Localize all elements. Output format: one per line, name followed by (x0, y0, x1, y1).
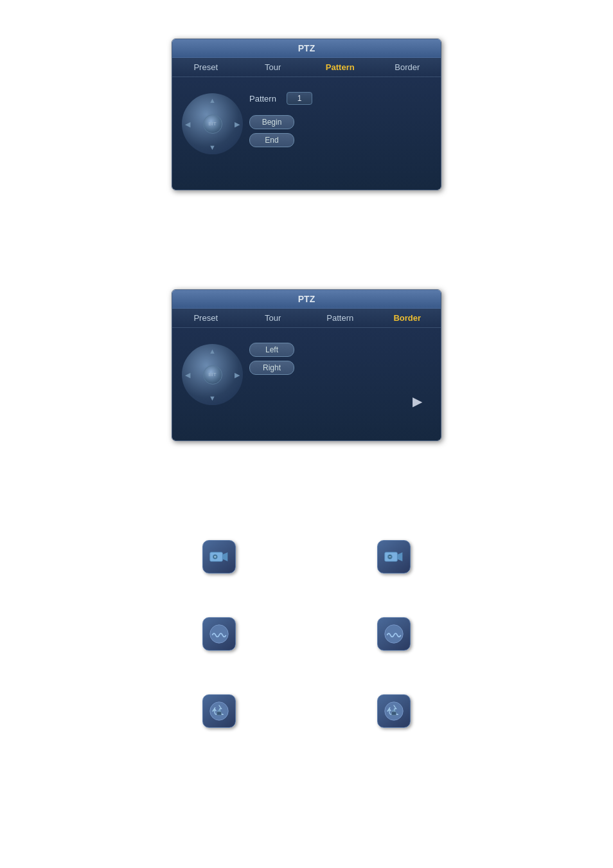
begin-button[interactable]: Begin (249, 115, 294, 129)
svg-marker-1 (222, 552, 227, 561)
camera-record-on-icon[interactable] (202, 540, 236, 574)
tab-preset-2[interactable]: Preset (172, 309, 240, 327)
dpad-up-1[interactable]: ▲ (209, 96, 216, 104)
border-controls: Left Right (249, 338, 431, 431)
tab-tour-2[interactable]: Tour (240, 309, 307, 327)
left-row: Left (249, 343, 431, 357)
camera-record-off-icon[interactable] (377, 540, 411, 574)
dpad-right-1[interactable]: ▶ (235, 120, 240, 128)
svg-rect-12 (217, 712, 221, 715)
mouse-cursor: ▶ (413, 393, 422, 409)
ptz-panel-pattern: PTZ Preset Tour Pattern Border ▲ ▼ ◀ ▶ B… (172, 39, 441, 190)
dpad-up-2[interactable]: ▲ (209, 347, 216, 355)
tab-border-2[interactable]: Border (374, 309, 441, 327)
end-row: End (249, 133, 431, 147)
recycle-off-icon[interactable] (377, 694, 411, 728)
tab-border-1[interactable]: Border (374, 58, 441, 77)
ptz-tabs-2: Preset Tour Pattern Border (172, 309, 441, 328)
icon-row-cameras (0, 540, 613, 574)
tab-pattern-1[interactable]: Pattern (306, 58, 374, 77)
svg-rect-14 (391, 712, 396, 715)
icon-row-recycle (0, 694, 613, 728)
recycle-on-icon[interactable] (202, 694, 236, 728)
right-row: Right (249, 361, 431, 375)
directional-pad-2: ▲ ▼ ◀ ▶ BIT (182, 344, 243, 405)
dpad-right-2[interactable]: ▶ (235, 370, 240, 379)
ptz-panel-border: PTZ Preset Tour Pattern Border ▲ ▼ ◀ ▶ B… (172, 289, 441, 441)
ptz-title-2: PTZ (172, 290, 441, 309)
ptz-body-2: ▲ ▼ ◀ ▶ BIT Left Right (172, 328, 441, 440)
ptz-body-1: ▲ ▼ ◀ ▶ BIT Pattern 1 Begin (172, 77, 441, 190)
dpad-center-1[interactable]: BIT (203, 114, 222, 134)
begin-row: Begin (249, 115, 431, 129)
wave-off-icon[interactable] (377, 617, 411, 651)
svg-marker-6 (397, 552, 402, 561)
tab-pattern-2[interactable]: Pattern (306, 309, 374, 327)
tab-preset-1[interactable]: Preset (172, 58, 240, 77)
dpad-left-2[interactable]: ◀ (185, 370, 190, 379)
dpad-left-1[interactable]: ◀ (185, 120, 190, 128)
end-button[interactable]: End (249, 133, 294, 147)
icon-row-waves (0, 617, 613, 651)
ptz-tabs-1: Preset Tour Pattern Border (172, 58, 441, 77)
pattern-row: Pattern 1 (249, 92, 431, 105)
right-button[interactable]: Right (249, 361, 294, 375)
ptz-title-1: PTZ (172, 39, 441, 58)
dpad-center-2[interactable]: BIT (203, 365, 222, 384)
left-button[interactable]: Left (249, 343, 294, 357)
pattern-input[interactable]: 1 (287, 92, 312, 105)
wave-on-icon[interactable] (202, 617, 236, 651)
directional-pad-1: ▲ ▼ ◀ ▶ BIT (182, 93, 243, 154)
pattern-label: Pattern (249, 94, 281, 104)
pattern-controls: Pattern 1 Begin End (249, 87, 431, 180)
tab-tour-1[interactable]: Tour (240, 58, 307, 77)
dpad-down-1[interactable]: ▼ (209, 143, 216, 151)
dpad-down-2[interactable]: ▼ (209, 394, 216, 402)
